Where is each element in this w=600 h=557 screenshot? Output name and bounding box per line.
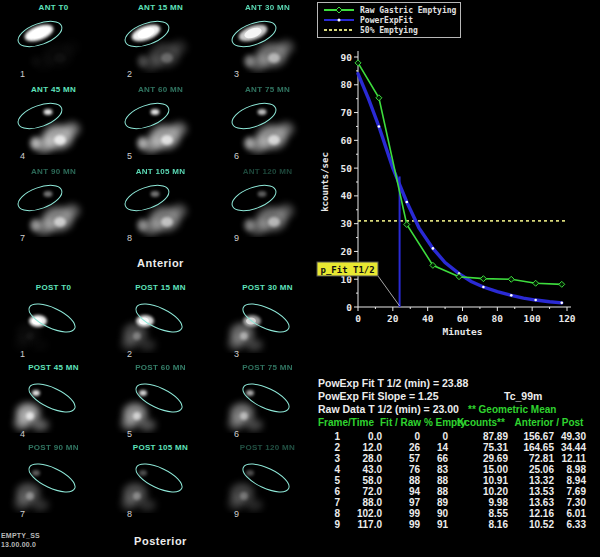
raw-emptying-curve [358, 63, 562, 284]
posterior-frame-cell-6[interactable]: POST 75 MN6 [214, 362, 321, 442]
x-tick-label: 20 [387, 313, 399, 324]
anterior-scintigram [107, 11, 214, 73]
cell-raw-pct: 83 [420, 464, 448, 475]
cell-fit-pct: 26 [380, 442, 420, 453]
posterior-frame-cell-1[interactable]: POST T01 [0, 282, 107, 362]
anterior-scintigram [0, 93, 107, 155]
cell-post: 49.30 [556, 431, 586, 442]
anterior-frame-cell-3[interactable]: ANT 30 MN3 [214, 2, 321, 82]
cell-raw-pct: 0 [420, 431, 448, 442]
legend-label: PowerExpFit [360, 16, 413, 25]
frame-number: 2 [127, 349, 132, 359]
legend-item: 50% Emptying [322, 25, 456, 35]
x-tick-label: 0 [355, 313, 361, 324]
table-row: 788.097899.9813.637.30 [318, 497, 600, 508]
cell-time: 58.0 [342, 475, 382, 486]
legend-item: Raw Gastric Emptying [322, 5, 456, 15]
cell-post: 12.11 [556, 453, 586, 464]
frame-number: 4 [20, 151, 25, 161]
cell-raw-pct: 14 [420, 442, 448, 453]
cell-time: 102.0 [342, 508, 382, 519]
x-tick-label: 120 [558, 313, 575, 324]
header-fit-raw: Fit / Raw % Empty [380, 417, 450, 428]
gastric-emptying-screen: ANT T01ANT 15 MN2ANT 30 MN3ANT 45 MN4ANT… [0, 0, 600, 557]
study-id-time: 13.00.00.0 [1, 540, 40, 549]
posterior-frame-cell-5[interactable]: POST 60 MN5 [107, 362, 214, 442]
frame-number: 5 [127, 429, 132, 439]
anterior-frame-cell-1[interactable]: ANT T01 [0, 2, 107, 82]
cell-post: 8.98 [556, 464, 586, 475]
anterior-frame-cell-2[interactable]: ANT 15 MN2 [107, 2, 214, 82]
powerexpfit-curve [358, 74, 562, 303]
cell-frame: 2 [318, 442, 340, 453]
cell-anterior: 13.53 [510, 486, 554, 497]
cell-anterior: 10.52 [510, 519, 554, 530]
posterior-section-title: Posterior [0, 535, 321, 547]
fit-thalf-line: PowExp Fit T 1/2 (min) = 23.88 [318, 377, 468, 389]
posterior-frame-cell-9[interactable]: POST 120 MN9 [214, 442, 321, 522]
posterior-scintigram [214, 291, 321, 353]
y-tick-label: 20 [341, 246, 353, 257]
isotope-label: Tc_99m [504, 390, 542, 402]
cell-fit-pct: 57 [380, 453, 420, 464]
posterior-frame-cell-8[interactable]: POST 105 MN8 [107, 442, 214, 522]
anterior-frame-cell-6[interactable]: ANT 75 MN6 [214, 84, 321, 164]
table-row: 443.0768315.0025.068.98 [318, 464, 600, 475]
frame-number: 8 [127, 509, 132, 519]
frame-number: 1 [20, 349, 25, 359]
cell-frame: 7 [318, 497, 340, 508]
anterior-frame-cell-8[interactable]: ANT 105 MN8 [107, 166, 214, 246]
frame-number: 6 [234, 429, 239, 439]
t-half-flag[interactable]: p_Fit T1/2 [317, 262, 378, 276]
posterior-frame-cell-4[interactable]: POST 45 MN4 [0, 362, 107, 442]
study-id-name: EMPTY_SS [1, 531, 40, 540]
x-tick-label: 60 [457, 313, 469, 324]
x-tick-label: 100 [524, 313, 541, 324]
cell-fit-pct: 88 [380, 475, 420, 486]
cell-raw-pct: 88 [420, 486, 448, 497]
posterior-frame-cell-2[interactable]: POST 15 MN2 [107, 282, 214, 362]
y-tick-label: 0 [346, 302, 352, 313]
anterior-frame-cell-7[interactable]: ANT 90 MN7 [0, 166, 107, 246]
frame-number: 3 [234, 349, 239, 359]
x-tick-label: 40 [422, 313, 434, 324]
table-row: 672.0948810.2013.537.69 [318, 486, 600, 497]
cell-raw-pct: 91 [420, 519, 448, 530]
frame-number: 3 [234, 69, 239, 79]
header-frame-time: Frame/Time [318, 417, 374, 428]
posterior-frame-cell-3[interactable]: POST 30 MN3 [214, 282, 321, 362]
cell-anterior: 156.67 [510, 431, 554, 442]
geometric-mean-label: ** Geometric Mean [468, 404, 556, 415]
cell-fit-pct: 99 [380, 508, 420, 519]
cell-frame: 4 [318, 464, 340, 475]
cell-time: 12.0 [342, 442, 382, 453]
results-panel: PowExp Fit T 1/2 (min) = 23.88 PowExp Fi… [318, 377, 600, 537]
cell-frame: 1 [318, 431, 340, 442]
cell-post: 34.44 [556, 442, 586, 453]
cell-anterior: 72.81 [510, 453, 554, 464]
y-tick-label: 30 [341, 218, 353, 229]
posterior-scintigram [107, 291, 214, 353]
cell-raw-pct: 90 [420, 508, 448, 519]
anterior-frame-cell-5[interactable]: ANT 60 MN5 [107, 84, 214, 164]
frame-number: 6 [234, 151, 239, 161]
posterior-scintigram [214, 371, 321, 433]
frame-number: 4 [20, 429, 25, 439]
posterior-frame-cell-7[interactable]: POST 90 MN7 [0, 442, 107, 522]
cell-frame: 8 [318, 508, 340, 519]
anterior-frame-cell-9[interactable]: ANT 120 MN9 [214, 166, 321, 246]
cell-post: 7.69 [556, 486, 586, 497]
cell-frame: 3 [318, 453, 340, 464]
y-tick-label: 40 [341, 190, 353, 201]
posterior-scintigram [107, 371, 214, 433]
legend-item: PowerExpFit [322, 15, 456, 25]
table-row: 328.0576629.6972.8112.11 [318, 453, 600, 464]
frame-number: 7 [20, 509, 25, 519]
y-axis-label: kcounts/sec [320, 152, 330, 212]
anterior-frame-cell-4[interactable]: ANT 45 MN4 [0, 84, 107, 164]
cell-time: 117.0 [342, 519, 382, 530]
x-axis-label: Minutes [442, 326, 482, 337]
cell-time: 72.0 [342, 486, 382, 497]
cell-anterior: 25.06 [510, 464, 554, 475]
cell-kcounts: 8.55 [452, 508, 508, 519]
